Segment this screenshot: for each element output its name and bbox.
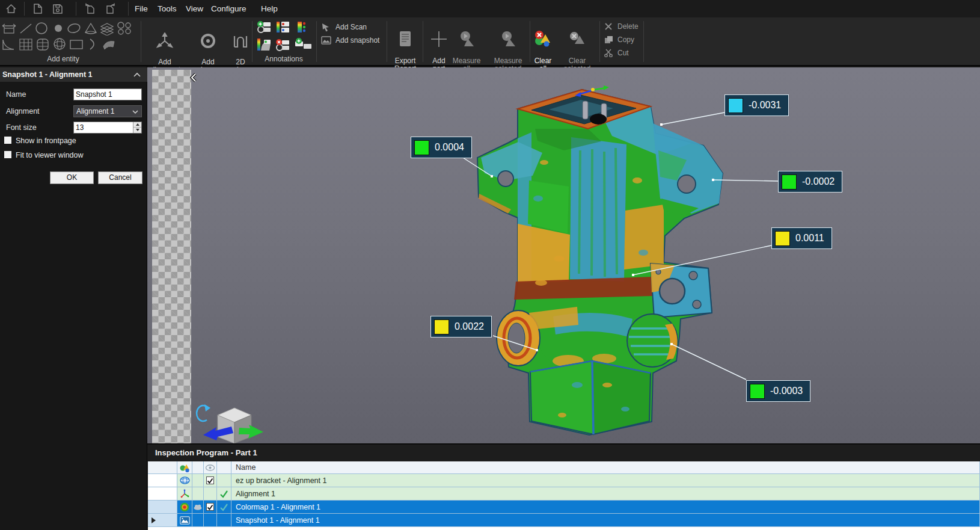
entity-arc-icon[interactable]	[1, 37, 17, 51]
title-bar: File Tools View Configure Help	[0, 0, 980, 17]
annotation-label[interactable]: 0.0004	[411, 137, 472, 158]
clear-selected-button[interactable]: Clear selected	[560, 22, 594, 72]
measure-all-icon	[458, 30, 476, 48]
entity-grid-icon[interactable]	[18, 37, 34, 51]
deviation-swatch	[434, 319, 449, 334]
inspection-program-panel: Inspection Program - Part 1 Name ez up b…	[147, 445, 980, 530]
dialog-title[interactable]: Snapshot 1 - Alignment 1	[0, 67, 147, 82]
annotation-label[interactable]: -0.0003	[746, 380, 810, 402]
navigation-cube[interactable]	[197, 404, 263, 443]
eye-icon	[205, 464, 215, 471]
menu-view[interactable]: View	[182, 0, 207, 17]
visibility-checkbox[interactable]	[206, 476, 214, 484]
collapse-chevron-icon[interactable]	[133, 72, 141, 78]
cut-icon	[604, 49, 613, 57]
measure-selected-button[interactable]: Measure selected	[488, 22, 528, 72]
colormap-annotation-icon	[257, 39, 271, 51]
ribbon-divider	[252, 21, 253, 62]
entity-line-icon[interactable]	[18, 22, 34, 35]
ribbon-divider	[141, 21, 141, 62]
entity-distance-icon[interactable]	[1, 22, 17, 35]
row-expander-icon[interactable]	[152, 517, 156, 523]
snapshot-icon	[180, 516, 190, 525]
entity-sphere-icon[interactable]	[52, 37, 67, 51]
row-name[interactable]: Snapshot 1 - Alignment 1	[231, 514, 980, 526]
clear-selected-icon	[568, 30, 587, 48]
export-document-icon[interactable]	[104, 2, 117, 15]
add-colormap-button[interactable]: Add colormap	[187, 25, 229, 73]
cut-button[interactable]: Cut	[604, 48, 629, 58]
entity-surface-icon[interactable]	[101, 37, 117, 51]
entity-circle-icon[interactable]	[34, 22, 49, 35]
entity-layers-icon[interactable]	[99, 22, 115, 35]
table-row-snapshot[interactable]: Snapshot 1 - Alignment 1	[148, 514, 980, 527]
ribbon-divider	[316, 21, 317, 62]
deviation-swatch	[414, 140, 429, 155]
entity-pattern-icon[interactable]	[116, 22, 132, 35]
3d-viewport[interactable]: -0.0031 0.0004 -0.0002 0.0011 0.0022 -0.…	[147, 67, 980, 443]
add-snapshot-icon	[321, 35, 331, 45]
alignment-select[interactable]: Alignment 1	[73, 105, 142, 117]
ribbon-toolbar: Add entity Add alignment Add colormap 2D…	[0, 17, 980, 66]
ribbon-divider	[599, 21, 600, 62]
add-part-button[interactable]: Add part	[424, 22, 453, 72]
font-size-spinner[interactable]	[133, 122, 141, 133]
fit-to-viewer-checkbox[interactable]	[4, 151, 11, 158]
row-name[interactable]: Alignment 1	[231, 487, 980, 500]
2d-view-button[interactable]: 2D view	[229, 25, 252, 73]
table-row-alignment[interactable]: Alignment 1	[148, 487, 980, 501]
spinner-down-icon[interactable]	[133, 128, 141, 132]
name-input[interactable]	[73, 88, 142, 100]
menu-help[interactable]: Help	[257, 0, 281, 17]
export-report-icon	[397, 30, 413, 48]
annotation-label[interactable]: 0.0022	[430, 316, 492, 337]
add-snapshot-button[interactable]: Add snapshot	[321, 35, 379, 45]
ok-button[interactable]: OK	[50, 171, 94, 184]
measure-all-button[interactable]: Measure all	[450, 22, 483, 72]
zoom-annotations-remove-icon	[276, 39, 289, 51]
menu-configure[interactable]: Configure	[207, 0, 250, 17]
table-row-colormap[interactable]: Colormap 1 - Alignment 1	[148, 501, 980, 514]
import-document-icon[interactable]	[84, 2, 96, 15]
copy-label: Copy	[617, 35, 634, 44]
font-size-input[interactable]	[73, 122, 142, 134]
new-document-icon[interactable]	[31, 2, 44, 15]
visibility-checkbox[interactable]	[206, 503, 214, 511]
visibility-column-header	[204, 461, 217, 473]
deviation-value: 0.0004	[435, 142, 464, 153]
row-name[interactable]: Colormap 1 - Alignment 1	[231, 501, 980, 513]
menu-tools[interactable]: Tools	[154, 0, 180, 17]
menu-file[interactable]: File	[131, 0, 152, 17]
cancel-button[interactable]: Cancel	[98, 171, 142, 184]
row-name[interactable]: ez up bracket - Alignment 1	[231, 474, 980, 487]
entity-cylinder-icon[interactable]	[35, 37, 51, 51]
scan-model-canvas	[147, 67, 980, 443]
computed-check-icon	[219, 503, 228, 511]
copy-button[interactable]: Copy	[604, 35, 634, 45]
entity-curve-icon[interactable]	[85, 37, 101, 51]
expander-column-header	[148, 461, 177, 473]
entity-ellipse-icon[interactable]	[66, 22, 82, 35]
clear-all-button[interactable]: Clear all	[528, 22, 558, 72]
annotation-label[interactable]: 0.0011	[771, 227, 832, 249]
annotation-label[interactable]: -0.0031	[724, 94, 789, 116]
alignment-selected-value: Alignment 1	[76, 107, 114, 116]
table-row-mesh[interactable]: ez up bracket - Alignment 1	[148, 474, 980, 487]
cut-label: Cut	[617, 49, 629, 57]
measure-selected-icon	[499, 30, 517, 48]
delete-button[interactable]: Delete	[604, 22, 639, 31]
add-alignment-button[interactable]: Add alignment	[143, 25, 186, 73]
show-in-frontpage-checkbox[interactable]	[4, 137, 11, 144]
export-report-button[interactable]: Export Report	[387, 22, 423, 72]
deviation-value: 0.0011	[795, 233, 824, 244]
spinner-up-icon[interactable]	[133, 122, 141, 128]
entity-rectangle-icon[interactable]	[69, 37, 84, 51]
annotation-icons[interactable]	[257, 21, 314, 54]
add-scan-button[interactable]: Add Scan	[321, 22, 367, 32]
entity-point-icon[interactable]	[51, 22, 66, 35]
save-icon[interactable]	[51, 2, 64, 15]
shapes-icon	[179, 463, 190, 472]
annotation-label[interactable]: -0.0002	[778, 171, 842, 193]
entity-cone-icon[interactable]	[83, 22, 99, 35]
home-icon[interactable]	[5, 2, 17, 15]
